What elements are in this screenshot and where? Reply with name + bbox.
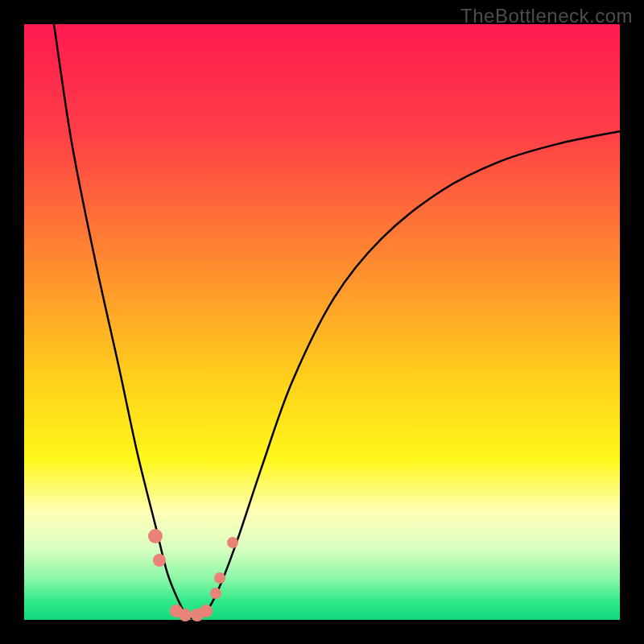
data-marker xyxy=(214,572,225,584)
plot-area xyxy=(24,24,620,620)
data-marker xyxy=(179,609,192,621)
data-marker xyxy=(227,537,238,548)
data-marker xyxy=(153,554,166,567)
data-marker xyxy=(200,605,213,617)
data-markers xyxy=(24,24,620,620)
data-marker xyxy=(148,529,163,543)
chart-frame: TheBottleneck.com xyxy=(0,0,644,644)
watermark-text: TheBottleneck.com xyxy=(460,5,633,27)
data-marker xyxy=(210,588,221,599)
